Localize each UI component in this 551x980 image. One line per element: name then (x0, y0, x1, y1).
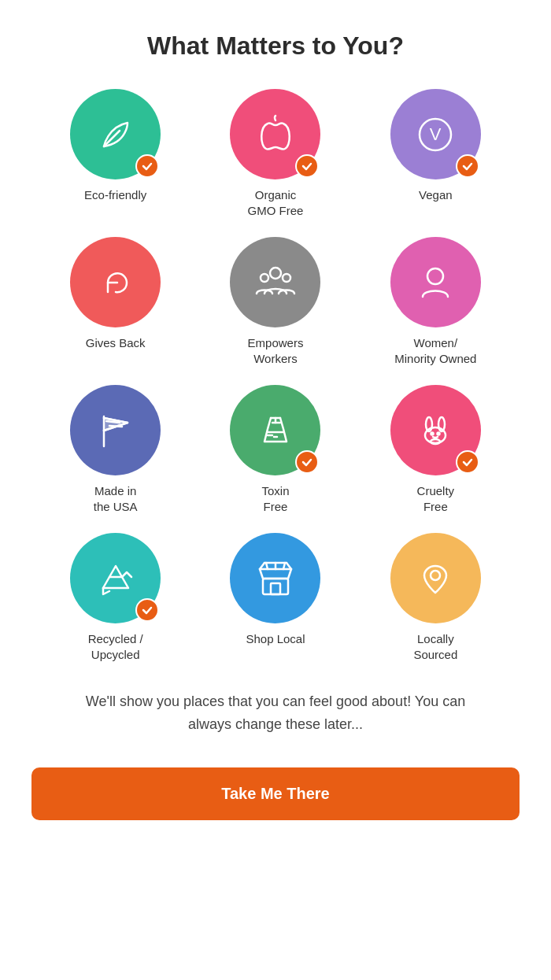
check-badge-eco-friendly (135, 154, 159, 178)
circle-wrap-toxin-free (230, 385, 320, 475)
item-cruelty-free[interactable]: Cruelty Free (360, 385, 512, 514)
circle-wrap-organic-gmo-free (230, 89, 320, 179)
label-gives-back: Gives Back (86, 335, 146, 351)
circle-gives-back (70, 237, 161, 327)
svg-point-5 (283, 274, 290, 282)
item-eco-friendly[interactable]: Eco-friendly (39, 89, 191, 218)
circle-shop-local (230, 533, 320, 623)
svg-point-23 (431, 439, 440, 444)
circle-wrap-empowers-workers (230, 237, 320, 327)
item-made-in-usa[interactable]: Made in the USA (39, 385, 191, 514)
circle-wrap-recycled-upcycled (70, 533, 161, 623)
item-organic-gmo-free[interactable]: Organic GMO Free (199, 89, 351, 218)
circle-wrap-women-minority-owned (390, 237, 481, 327)
item-locally-sourced[interactable]: Locally Sourced (360, 533, 512, 662)
circle-locally-sourced (390, 533, 481, 623)
svg-point-3 (270, 268, 281, 279)
cta-button[interactable]: Take Me There (31, 767, 520, 820)
items-grid: Eco-friendlyOrganic GMO FreeVVeganGives … (39, 89, 512, 662)
circle-women-minority-owned (390, 237, 481, 327)
label-shop-local: Shop Local (246, 631, 305, 647)
circle-wrap-locally-sourced (390, 533, 481, 623)
item-empowers-workers[interactable]: Empowers Workers (199, 237, 351, 366)
svg-point-6 (427, 268, 443, 284)
item-recycled-upcycled[interactable]: Recycled / Upcycled (39, 533, 191, 662)
label-women-minority-owned: Women/ Minority Owned (394, 335, 476, 366)
item-vegan[interactable]: VVegan (360, 89, 512, 218)
label-organic-gmo-free: Organic GMO Free (248, 187, 304, 218)
label-recycled-upcycled: Recycled / Upcycled (88, 631, 143, 662)
circle-wrap-made-in-usa (70, 385, 161, 475)
svg-line-11 (109, 426, 122, 427)
label-cruelty-free: Cruelty Free (417, 483, 455, 514)
check-badge-organic-gmo-free (295, 154, 319, 178)
svg-point-21 (431, 432, 434, 435)
circle-empowers-workers (230, 237, 320, 327)
circle-wrap-cruelty-free (390, 385, 481, 475)
svg-point-4 (261, 274, 268, 282)
label-eco-friendly: Eco-friendly (84, 187, 146, 203)
circle-made-in-usa (70, 385, 161, 475)
check-badge-toxin-free (295, 450, 319, 474)
footer-text: We'll show you places that you can feel … (47, 690, 504, 736)
circle-wrap-vegan: V (390, 89, 481, 179)
label-made-in-usa: Made in the USA (94, 483, 138, 514)
item-shop-local[interactable]: Shop Local (199, 533, 351, 662)
check-badge-vegan (456, 154, 479, 178)
svg-rect-24 (263, 579, 288, 594)
label-toxin-free: Toxin Free (261, 483, 289, 514)
circle-wrap-shop-local (230, 533, 320, 623)
svg-point-22 (438, 432, 440, 435)
check-badge-cruelty-free (456, 450, 479, 474)
check-badge-recycled-upcycled (135, 598, 159, 622)
circle-wrap-gives-back (70, 237, 161, 327)
page-title: What Matters to You? (147, 31, 404, 61)
item-women-minority-owned[interactable]: Women/ Minority Owned (360, 237, 512, 366)
label-empowers-workers: Empowers Workers (248, 335, 304, 366)
svg-text:V: V (430, 124, 442, 144)
svg-rect-25 (271, 583, 280, 594)
label-vegan: Vegan (419, 187, 453, 203)
item-toxin-free[interactable]: Toxin Free (199, 385, 351, 514)
svg-point-32 (431, 571, 440, 580)
circle-wrap-eco-friendly (70, 89, 161, 179)
item-gives-back[interactable]: Gives Back (39, 237, 191, 366)
label-locally-sourced: Locally Sourced (413, 631, 457, 662)
